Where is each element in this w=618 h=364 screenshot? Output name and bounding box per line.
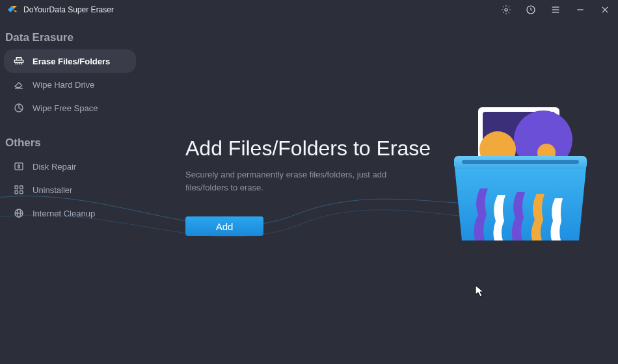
history-icon[interactable]: [524, 3, 537, 16]
svg-point-0: [505, 8, 507, 11]
sidebar: Data Erasure Erase Files/Folders Wipe Ha…: [0, 20, 140, 364]
sidebar-item-disk-repair[interactable]: Disk Repair: [4, 155, 136, 178]
svg-rect-8: [14, 60, 23, 63]
page-title: Add Files/Folders to Erase: [185, 136, 459, 161]
app-title: DoYourData Super Eraser: [23, 5, 114, 14]
eraser-icon: [13, 79, 25, 90]
pie-icon: [13, 102, 25, 114]
titlebar-controls: [500, 3, 611, 16]
svg-rect-13: [15, 186, 18, 189]
sidebar-item-uninstaller[interactable]: Uninstaller: [4, 178, 136, 202]
hero-section: Add Files/Folders to Erase Securely and …: [185, 136, 459, 236]
settings-icon[interactable]: [500, 3, 513, 16]
svg-rect-26: [462, 160, 579, 164]
sidebar-item-label: Erase Files/Folders: [33, 57, 110, 66]
titlebar: DoYourData Super Eraser: [0, 0, 618, 20]
sidebar-item-erase-files[interactable]: Erase Files/Folders: [4, 49, 136, 73]
svg-rect-14: [20, 186, 23, 189]
sidebar-item-label: Internet Cleanup: [33, 209, 95, 218]
menu-icon[interactable]: [549, 3, 562, 16]
mouse-cursor-icon: [475, 285, 485, 298]
sidebar-item-label: Wipe Hard Drive: [33, 80, 94, 90]
svg-rect-15: [15, 191, 18, 194]
section-header-others: Others: [0, 131, 140, 155]
svg-rect-16: [20, 191, 23, 194]
titlebar-left: DoYourData Super Eraser: [7, 5, 114, 15]
section-header-data-erasure: Data Erasure: [0, 26, 140, 49]
disk-repair-icon: [13, 161, 25, 172]
sidebar-item-label: Disk Repair: [33, 162, 76, 172]
shredder-illustration: [449, 104, 592, 254]
page-description: Securely and permanently erase files/fol…: [185, 168, 407, 194]
apps-grid-icon: [13, 184, 25, 196]
sidebar-item-label: Uninstaller: [33, 185, 72, 195]
main-area: Data Erasure Erase Files/Folders Wipe Ha…: [0, 20, 618, 364]
app-logo-icon: [7, 5, 18, 15]
sidebar-item-wipe-free-space[interactable]: Wipe Free Space: [4, 96, 136, 120]
add-button[interactable]: Add: [185, 216, 263, 236]
close-button[interactable]: [598, 3, 611, 16]
sidebar-item-internet-cleanup[interactable]: Internet Cleanup: [4, 202, 136, 225]
sidebar-item-wipe-hard-drive[interactable]: Wipe Hard Drive: [4, 73, 136, 96]
globe-icon: [13, 207, 25, 219]
sidebar-item-label: Wipe Free Space: [33, 103, 98, 113]
svg-point-12: [18, 166, 20, 168]
shredder-icon: [13, 55, 25, 67]
content-panel: Add Files/Folders to Erase Securely and …: [140, 20, 618, 364]
minimize-button[interactable]: [574, 3, 587, 16]
